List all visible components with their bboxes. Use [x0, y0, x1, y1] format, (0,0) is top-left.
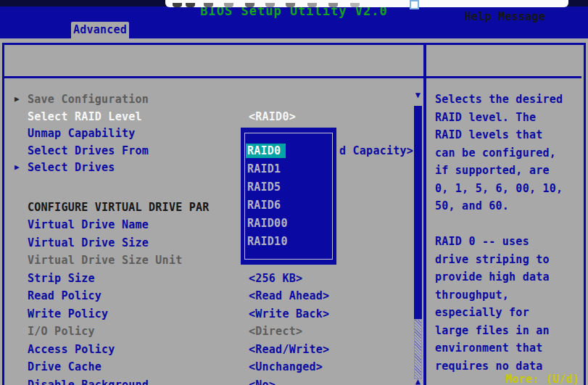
- list-item-row[interactable]: Strip Size<256 KB>: [4, 272, 410, 285]
- item-label: Access Policy: [28, 343, 115, 356]
- item-value: <Read/Write>: [249, 343, 329, 356]
- item-label: CONFIGURE VIRTUAL DRIVE PAR: [28, 201, 210, 214]
- help-text-line: Selects the desired: [435, 93, 584, 106]
- partial-app-icon[interactable]: [265, 3, 275, 7]
- partial-app-icon[interactable]: [350, 3, 360, 7]
- item-label: Disable Background: [28, 378, 149, 385]
- list-item-row[interactable]: Access Policy<Read/Write>: [4, 343, 410, 356]
- item-value: <No>: [249, 378, 276, 385]
- item-label: Select Drives: [28, 161, 115, 174]
- submenu-arrow-icon: ▶: [15, 162, 20, 172]
- section-heading-row: CONFIGURE VIRTUAL DRIVE PAR: [4, 201, 410, 214]
- dropdown-option[interactable]: RAID1: [247, 162, 281, 175]
- item-label: Unmap Capability: [28, 127, 136, 140]
- item-value: <Unchanged>: [249, 360, 323, 373]
- partial-app-icon[interactable]: [328, 3, 338, 7]
- help-text-line: throughput,: [435, 289, 584, 302]
- help-text-line: 0, 1, 5, 6, 00, 10,: [435, 182, 584, 195]
- help-text-line: drive striping to: [435, 253, 584, 266]
- scrollbar-track[interactable]: [414, 319, 422, 379]
- item-value: <Direct>: [249, 325, 302, 338]
- item-label: Strip Size: [28, 272, 95, 285]
- partial-app-icon[interactable]: [186, 3, 195, 7]
- tab-advanced[interactable]: Advanced: [71, 22, 129, 38]
- partial-app-icon[interactable]: [245, 3, 254, 7]
- help-text-line: can be configured,: [435, 146, 584, 160]
- list-item-row[interactable]: Read Policy<Read Ahead>: [4, 289, 410, 302]
- item-label: Read Policy: [28, 289, 102, 302]
- scroll-up-icon[interactable]: ▲: [413, 376, 423, 385]
- help-text-line: RAID 0 -- uses: [435, 235, 584, 248]
- list-item-row[interactable]: Virtual Drive Size Unit: [4, 254, 410, 267]
- dropdown-option[interactable]: RAID5: [247, 181, 281, 194]
- help-text-line: large files in an: [435, 324, 584, 337]
- help-text-line: 50, and 60.: [435, 199, 584, 212]
- header-row: [2, 45, 581, 78]
- select-drives-from-value-fragment: d Capacity>: [339, 144, 413, 157]
- partial-app-icon[interactable]: [307, 3, 317, 7]
- list-item-row[interactable]: ▶Select Drives: [4, 161, 410, 174]
- item-label: Virtual Drive Size: [28, 236, 149, 249]
- list-item-row[interactable]: Virtual Drive Size: [4, 236, 410, 249]
- item-label: Virtual Drive Size Unit: [28, 254, 182, 267]
- item-label: Select Drives From: [28, 144, 149, 157]
- item-value: <RAID0>: [249, 110, 296, 123]
- list-item-row[interactable]: Disable Background<No>: [4, 378, 410, 385]
- dropdown-option[interactable]: RAID6: [247, 199, 281, 212]
- item-label: Save Configuration: [28, 93, 149, 106]
- list-item-row[interactable]: I/O Policy<Direct>: [4, 325, 410, 338]
- item-value: <Write Back>: [249, 307, 329, 320]
- list-item-row[interactable]: Select RAID Level<RAID0>: [4, 110, 410, 123]
- dropdown-option[interactable]: RAID10: [247, 235, 288, 248]
- dropdown-option[interactable]: RAID0: [247, 144, 286, 157]
- list-item-row[interactable]: Virtual Drive Name: [4, 218, 410, 231]
- list-item-row[interactable]: Write Policy<Write Back>: [4, 307, 410, 320]
- scrollbar-thumb[interactable]: [414, 106, 422, 319]
- help-text-line: RAID levels that: [435, 128, 584, 141]
- item-value: <Read Ahead>: [249, 289, 329, 302]
- item-label: Select RAID Level: [28, 110, 142, 123]
- help-text-line: RAID level. The: [435, 111, 584, 124]
- raid-level-dropdown: RAID0RAID1RAID5RAID6RAID00RAID10: [241, 128, 336, 265]
- more-hint: More: (U/d): [505, 373, 579, 385]
- partial-app-icon[interactable]: [204, 3, 213, 7]
- viewer-toolbar[interactable]: [165, 0, 568, 7]
- dropdown-option-selected[interactable]: RAID0: [246, 144, 286, 158]
- partial-app-icon[interactable]: [224, 3, 233, 7]
- help-text-line: requires no data: [435, 360, 584, 373]
- help-text-line: if supported, are: [435, 164, 584, 177]
- partial-app-icon[interactable]: [286, 3, 295, 7]
- help-text-line: environment that: [435, 341, 584, 355]
- panel-divider: [423, 45, 426, 385]
- help-text-line: especially for: [435, 306, 584, 319]
- scroll-down-icon[interactable]: ▼: [413, 90, 423, 100]
- blue-window-icon[interactable]: [410, 0, 419, 9]
- partial-app-icon[interactable]: [173, 3, 182, 7]
- list-item-row[interactable]: Unmap Capability: [4, 127, 410, 140]
- dropdown-option[interactable]: RAID00: [247, 217, 288, 230]
- item-value: <256 KB>: [249, 272, 302, 285]
- help-text-line: provide high data: [435, 270, 584, 283]
- item-label: Drive Cache: [28, 360, 102, 373]
- bios-setup-screen: BIOS Setup Utility V2.0 Advanced Create …: [0, 0, 588, 385]
- item-label: I/O Policy: [28, 325, 95, 338]
- item-label: Virtual Drive Name: [28, 218, 149, 231]
- item-label: Write Policy: [28, 307, 108, 320]
- list-item-row[interactable]: Drive Cache<Unchanged>: [4, 360, 410, 373]
- list-item-row[interactable]: ▶Save Configuration: [4, 93, 410, 106]
- submenu-arrow-icon: ▶: [15, 94, 20, 104]
